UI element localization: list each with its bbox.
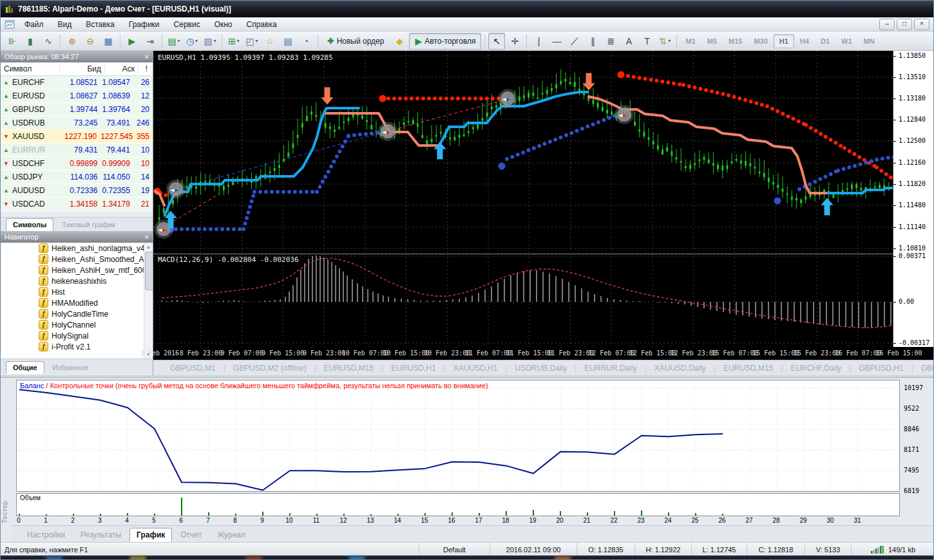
- chart-tab-EURUSD,M15[interactable]: EURUSD,M15: [716, 364, 781, 373]
- zoom-out-button[interactable]: ⊖: [82, 33, 99, 50]
- menu-Вид[interactable]: Вид: [51, 19, 79, 30]
- tab-Общие[interactable]: Общие: [6, 361, 44, 374]
- timeframe-M30[interactable]: M30: [748, 34, 773, 48]
- symbol-row-AUDUSD[interactable]: ▲AUDUSD0.723360.7235519: [1, 184, 153, 198]
- tester-button[interactable]: ◔: [298, 33, 314, 50]
- menu-Справка[interactable]: Справка: [240, 19, 284, 30]
- market-watch-button[interactable]: ⊞▾: [225, 33, 242, 50]
- channel-button[interactable]: ∥: [584, 33, 601, 50]
- chart-tab-EURUSD,M15[interactable]: EURUSD,M15: [316, 364, 381, 373]
- taskbar-icon[interactable]: [129, 556, 146, 560]
- menu-Окно[interactable]: Окно: [207, 19, 240, 30]
- templates-button[interactable]: ▨▾: [202, 33, 218, 50]
- price-scale[interactable]: 1.138501.135101.131801.128401.125001.121…: [893, 51, 934, 347]
- symbol-row-EURRUR[interactable]: ▲EURRUR79.43179.44110: [1, 144, 153, 157]
- candle-chart-button[interactable]: ▮: [22, 33, 39, 50]
- column-header-1[interactable]: Бид: [60, 64, 105, 73]
- crosshair-button[interactable]: ✛: [506, 33, 523, 50]
- chart-tab-GBPUSD,H1[interactable]: GBPUSD,H1: [851, 364, 911, 373]
- tester-tab-Отчет[interactable]: Отчет: [173, 528, 209, 542]
- metaeditor-button[interactable]: ◆: [391, 33, 408, 50]
- symbol-row-XAUUSD[interactable]: ▼XAUUSD1227.1901227.545355: [1, 130, 153, 144]
- tester-tab-Журнал[interactable]: Журнал: [210, 528, 253, 542]
- tab-Избранное[interactable]: Избранное: [46, 361, 96, 374]
- navigator-item-i-Profit v2.1[interactable]: ƒi-Profit v2.1: [1, 341, 153, 352]
- time-axis[interactable]: 8 Feb 20168 Feb 23:009 Feb 07:009 Feb 15…: [153, 347, 934, 360]
- column-header-2[interactable]: Аск: [105, 64, 138, 73]
- label-button[interactable]: T: [638, 33, 655, 50]
- text-button[interactable]: A: [620, 33, 637, 50]
- status-profile[interactable]: Default: [419, 543, 490, 556]
- mdi-restore-button[interactable]: □: [897, 19, 912, 30]
- symbol-row-GBPUSD[interactable]: ▲GBPUSD1.397441.3976420: [1, 103, 153, 117]
- title-bar[interactable]: 7861185: Alpari-Demo - Демо Счет - [EURU…: [1, 1, 933, 17]
- navigator-item-Heiken_Ashi_Smoothed_A[interactable]: ƒHeiken_Ashi_Smoothed_A: [1, 254, 153, 265]
- column-header-3[interactable]: !: [138, 64, 151, 73]
- symbol-row-USDJPY[interactable]: ▲USDJPY114.036114.05014: [1, 171, 153, 184]
- line-chart-button[interactable]: ∿: [40, 33, 57, 50]
- auto-scroll-button[interactable]: ▶: [124, 33, 140, 50]
- dropdown-arrow-icon[interactable]: ▾: [668, 38, 671, 44]
- arrows-button[interactable]: ⇅▾: [656, 33, 673, 50]
- timeframe-MN[interactable]: MN: [858, 34, 881, 48]
- main-chart-canvas[interactable]: ◄►◄►◄►◄►◄►: [153, 51, 893, 254]
- menu-Вставка[interactable]: Вставка: [79, 19, 122, 30]
- dropdown-arrow-icon[interactable]: ▾: [237, 38, 240, 44]
- trendline-button[interactable]: ／: [566, 33, 583, 50]
- bar-chart-button[interactable]: ⊪: [4, 33, 21, 50]
- navigator-item-HolySignal[interactable]: ƒHolySignal: [1, 330, 153, 341]
- scroll-up-icon[interactable]: ▲: [144, 243, 153, 251]
- symbol-row-USDRUB[interactable]: ▲USDRUB73.24573.491246: [1, 117, 153, 130]
- vline-button[interactable]: |: [530, 33, 547, 50]
- tile-windows-button[interactable]: ▦: [100, 33, 117, 50]
- timeframe-D1[interactable]: D1: [815, 34, 835, 48]
- tab-Тиковый график[interactable]: Тиковый график: [55, 218, 122, 231]
- windows-taskbar[interactable]: [1, 555, 934, 560]
- navigator-item-Hist[interactable]: ƒHist: [1, 286, 153, 297]
- symbol-row-USDCHF[interactable]: ▼USDCHF0.998990.9990910: [1, 157, 153, 171]
- navigator-item-Heiken_ashi_nonlagma_v4[interactable]: ƒHeiken_ashi_nonlagma_v4: [1, 243, 153, 254]
- symbol-row-EURUSD[interactable]: ▲EURUSD1.086271.0863912: [1, 89, 153, 103]
- new-chart-button[interactable]: ▤▾: [166, 33, 182, 50]
- navigator-item-HMAModified[interactable]: ƒHMAModified: [1, 297, 153, 308]
- taskbar-icon[interactable]: [245, 556, 262, 560]
- mdi-minimize-button[interactable]: –: [879, 19, 895, 30]
- chart-shift-button[interactable]: ⇥: [142, 33, 158, 50]
- chart-tab-XAUUSD,H1[interactable]: XAUUSD,H1: [446, 364, 506, 373]
- chart-tab-GBPUSD,M5[interactable]: GBPUSD,M5: [913, 364, 934, 373]
- symbol-row-EURCHF[interactable]: ▲EURCHF1.085211.0854726: [1, 76, 153, 89]
- timeframe-W1[interactable]: W1: [835, 34, 858, 48]
- fibonacci-button[interactable]: ≣: [602, 33, 619, 50]
- timeframe-H1[interactable]: H1: [774, 34, 794, 48]
- tab-Символы[interactable]: Символы: [6, 218, 53, 231]
- navigator-item-HolyCandleTime[interactable]: ƒHolyCandleTime: [1, 308, 153, 319]
- tester-tab-Результаты[interactable]: Результаты: [73, 528, 128, 542]
- zoom-in-button[interactable]: ⊕: [64, 33, 81, 50]
- navigator-button[interactable]: ☆: [262, 33, 278, 50]
- tester-vertical-label[interactable]: Тестер: [1, 490, 11, 535]
- column-header-0[interactable]: Символ: [1, 64, 60, 73]
- symbol-row-USDCAD[interactable]: ▼USDCAD1.341581.3417921: [1, 198, 153, 211]
- new-order-button[interactable]: 🞧Новый ордер: [321, 33, 390, 50]
- menu-Сервис[interactable]: Сервис: [167, 19, 207, 30]
- balance-chart-canvas[interactable]: [17, 380, 899, 491]
- chart-tab-GBPUSD,M2 (offline)[interactable]: GBPUSD,M2 (offline): [225, 364, 314, 373]
- chart-tab-XAUUSD,Daily[interactable]: XAUUSD,Daily: [647, 364, 714, 373]
- tester-tab-Настройки[interactable]: Настройки: [20, 528, 72, 542]
- menu-Файл[interactable]: Файл: [17, 19, 51, 30]
- market-watch-close-icon[interactable]: ×: [145, 53, 149, 61]
- dropdown-arrow-icon[interactable]: ▾: [256, 38, 258, 44]
- macd-indicator-canvas[interactable]: [153, 254, 893, 347]
- timeframe-M15[interactable]: M15: [723, 34, 748, 48]
- timeframe-M1[interactable]: M1: [680, 34, 701, 48]
- navigator-item-Heiken_AshiH_sw_mtf_600[interactable]: ƒHeiken_AshiH_sw_mtf_600: [1, 265, 153, 275]
- taskbar-icon[interactable]: [348, 556, 365, 560]
- periods-button[interactable]: ◷▾: [184, 33, 200, 50]
- autotrading-button[interactable]: ▶Авто-торговля: [409, 33, 481, 50]
- dropdown-arrow-icon[interactable]: ▾: [214, 38, 216, 44]
- timeframe-H4[interactable]: H4: [794, 34, 815, 48]
- dropdown-arrow-icon[interactable]: ▾: [178, 38, 180, 44]
- taskbar-icon[interactable]: [46, 556, 62, 560]
- mdi-close-button[interactable]: ×: [914, 19, 929, 30]
- volume-chart-canvas[interactable]: [17, 494, 899, 516]
